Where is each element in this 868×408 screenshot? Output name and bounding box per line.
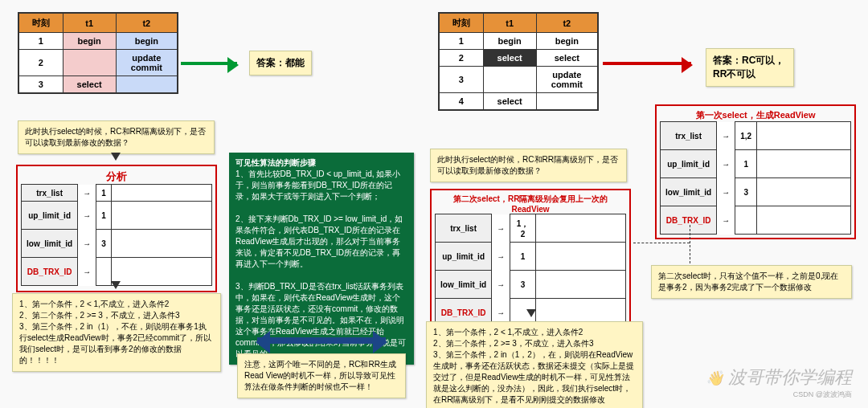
timeline-table-a: 时刻t1t2 1beginbegin 2update commit 3selec… (18, 12, 178, 94)
readview-panel-c: 第一次select，生成ReadView trx_list→1,2当前系统活跃的… (655, 104, 856, 239)
hdr-t2: t2 (116, 13, 178, 33)
conclusion-1: 1、第一个条件，2 < 1,不成立，进入条件2 2、第二个条件，2 >= 3，不… (12, 293, 221, 372)
table-row: 3select (18, 76, 178, 94)
answer-1: 答案：都能 (249, 51, 312, 75)
watermark: 👋 波哥带你学编程 CSDN @波波鸿商 (706, 365, 852, 400)
readview-table-a: trx_list→1当前系统活跃的事务列表 up_limit_id→1活跃事务列… (21, 184, 212, 286)
analysis-title: 分析 (21, 169, 212, 184)
arrow-down-icon (526, 309, 536, 322)
answer-2: 答案：RC可以，RR不可以 (706, 48, 794, 87)
table-row: 4select (439, 93, 598, 111)
timeline-table-b: 时刻t1t2 1beginbegin 2selectselect 3update… (438, 12, 599, 111)
arrow-down-icon (111, 153, 121, 165)
arrow-down-icon (111, 281, 121, 294)
connector-line (690, 225, 690, 263)
question-2: 此时执行select的时候，RC和RR隔离级别下，是否可以读取到最新修改的数据？ (430, 149, 627, 182)
step-1: 1、首先比较DB_TRX_ID < up_limit_id, 如果小于，则当前事… (235, 169, 400, 201)
note-box: 注意，这两个唯一不同的是，RC和RR生成Read View的时机不一样，所以导致… (237, 353, 406, 398)
double-arrow-blue-icon (257, 337, 386, 344)
table-row: 3update commit (439, 67, 598, 93)
conclusion-3: 第二次select时，只有这个值不一样，之前是0,现在是事务2，因为事务2完成了… (651, 265, 852, 299)
arrow-red-icon (603, 62, 691, 65)
readview-1-title: 第一次select，生成ReadView (660, 109, 851, 121)
arrow-green-icon (181, 62, 237, 65)
steps-title: 可见性算法的判断步骤 (235, 158, 316, 167)
readview-table-c: trx_list→1,2当前系统活跃的事务列表 up_limit_id→1活跃事… (660, 121, 851, 235)
connector-line (633, 243, 690, 243)
conclusion-2: 1、第一个条件，2 < 1,不成立，进入条件2 2、第二个条件，2 >= 3，不… (426, 321, 643, 408)
table-row: 2update commit (18, 50, 178, 76)
table-row: 1beginbegin (18, 33, 178, 50)
readview-2-title: 第二次select，RR隔离级别会复用上一次的ReadView (435, 194, 626, 214)
analysis-panel-a: 分析 trx_list→1当前系统活跃的事务列表 up_limit_id→1活跃… (16, 165, 217, 292)
table-row: 2selectselect (439, 50, 598, 67)
question-1: 此时执行select的时候，RC和RR隔离级别下，是否可以读取到最新修改的数据？ (18, 120, 215, 154)
hdr-time: 时刻 (18, 13, 63, 33)
step-2: 2、接下来判断Db_TRX_ID >= low_limit_id，如果条件符合，… (235, 214, 403, 268)
hdr-t1: t1 (63, 13, 116, 33)
table-row: 1beginbegin (439, 33, 598, 50)
